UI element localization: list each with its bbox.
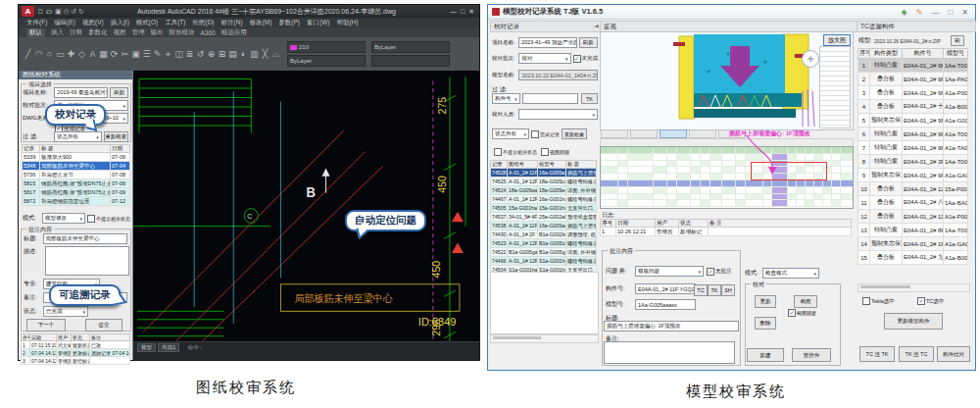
maximize-button[interactable]: □	[461, 8, 465, 15]
table-row[interactable]: 74466A-01_1# 12F YGCS1a-G001haaba螺栓弯钩修正	[491, 257, 597, 266]
minimize-button[interactable]: —	[450, 8, 457, 15]
view-follow-checkbox[interactable]: 视图跟随	[541, 148, 569, 156]
ribbon-icons[interactable]: ╱◠○▭✚◇A▦⟳✂▣☰✎⌖◫≣↺⊕⊞▤◐▥╳⌓	[23, 49, 281, 60]
close-button[interactable]: ✕	[961, 8, 968, 17]
table-row[interactable]: 74528A-01_2# 11F YGC16a-G005aaass插筋与上层墙需…	[491, 169, 597, 178]
menu-item[interactable]: 附加模块	[170, 28, 195, 37]
menu-item[interactable]: 默认	[26, 28, 45, 37]
table-row[interactable]: 74467A-01_1# 12F YGC16a-G001haaba螺栓弯钩修正	[491, 195, 597, 204]
properties-mini-panel[interactable]	[819, 46, 851, 128]
maximize-button[interactable]: □	[948, 8, 953, 17]
table-row[interactable]: 74522B1a-G005gaabaB1a-G005gaaba详图, 外补钢筋定…	[491, 248, 597, 257]
menu-item[interactable]: 精选应用	[221, 28, 247, 37]
desc-textarea[interactable]	[45, 246, 129, 276]
mode-select[interactable]: 模型修改	[42, 213, 85, 224]
screenshot-checkbox[interactable]: ✓截图随建	[788, 309, 816, 317]
status-select[interactable]: 已完成	[43, 306, 88, 317]
note-title-input[interactable]: 局部板筋未伸至梁中心	[43, 233, 127, 244]
component-input[interactable]: E04A-01_2# 11F YGQ20	[635, 283, 696, 294]
table-row[interactable]: 307-04 14:12李继苈新增标记	[22, 357, 130, 365]
table-row[interactable]: 6特制凸窗E04A-01_2# 9F Y...A1a-T001	[858, 128, 968, 141]
delete-button[interactable]: 删除	[755, 317, 776, 330]
unfinished-checkbox[interactable]: ✓未完成	[573, 55, 599, 63]
h-scrollbar[interactable]	[858, 283, 970, 292]
no-note-checkbox[interactable]: ✓无批注	[707, 268, 732, 276]
menu-item[interactable]: 管理	[132, 28, 145, 37]
no-hint-checkbox[interactable]: 不提示相关状态	[87, 215, 130, 223]
refresh-button[interactable]: 刷新	[110, 87, 128, 98]
menu-item[interactable]: 标注(N)	[221, 19, 243, 27]
table-row[interactable]: 5预制夹芯保温墙E04A-01_2# 9F Y...A1a-G001	[858, 114, 968, 128]
pencil-icon[interactable]: ✎	[916, 8, 923, 17]
model-no-input[interactable]: 1Aa-G005aaass	[635, 299, 696, 310]
mode-select[interactable]: 检查模式	[762, 268, 819, 279]
table-row[interactable]: 7452418a-G005waaba18a-G005eaaba详图, 外补钢筋定…	[491, 186, 597, 195]
menu-item[interactable]: 注释	[70, 28, 82, 37]
tc-to-tk-button[interactable]: TC 连 TK	[859, 346, 895, 362]
update-button[interactable]: 更新	[755, 295, 776, 308]
viewcube-icon[interactable]: ✛	[802, 50, 819, 68]
pin-icon[interactable]: ⇥	[594, 23, 599, 30]
update-components-button[interactable]: 更新模型构件	[884, 313, 943, 330]
model-record-table[interactable]: 记录图纸号模型号标 题 74528A-01_2# 11F YGC16a-G005…	[490, 160, 597, 275]
table-row[interactable]: 8特制凸窗E04A-01_2# 3F Y...1Aa-T003	[858, 155, 968, 169]
quick-access-toolbar[interactable]: 🗋🗁▣⎙↺↻	[36, 8, 85, 16]
no-hint-checkbox[interactable]: 不提示相关状态	[494, 148, 537, 156]
screenshot-button[interactable]: 截图	[794, 295, 817, 308]
table-row[interactable]: 74430A-01_1# 2F YGCB1a-G002bbda调整预埋, 机械电…	[491, 230, 597, 239]
menu-item[interactable]: 工具(T)	[165, 19, 185, 27]
menu-item[interactable]: 输出	[151, 28, 164, 37]
table-row[interactable]: 15叠合板E04A-01_2# 九层...A1a-B005	[858, 251, 968, 265]
checker-select[interactable]	[518, 109, 598, 120]
table-row[interactable]: 107-11 15:10武文斌最新状态已改	[22, 341, 130, 349]
table-row[interactable]: 5815钢筋画红圈,做"预埋DN75止水"07-09	[23, 179, 130, 188]
menu-item[interactable]: 插入(I)	[111, 19, 129, 27]
table-row[interactable]: 13特制凸窗E04A-01_2# 8F Y...1Aa-T001	[858, 224, 968, 237]
autocad-logo-icon[interactable]: A	[22, 6, 34, 17]
sh-button[interactable]: SH	[721, 284, 735, 296]
log-table[interactable]: 序号日期用户状态备 注 110-26 12:21李继苈新增标记	[600, 219, 852, 236]
table-row[interactable]: 10叠合板E04A-01_2# 12F ...15a-P001	[858, 182, 968, 196]
new-button[interactable]: 新建	[747, 348, 784, 362]
table-row[interactable]: 207-04 14:13李继苈更改标记原始记录 07-04 14...	[22, 349, 130, 357]
h-scrollbar[interactable]	[490, 334, 599, 343]
table-row[interactable]: 7特制凸窗E04A-01_2# 9F Y...A1a-TA02	[858, 141, 968, 155]
view-tabs[interactable]	[601, 129, 746, 138]
menu-item[interactable]: 视图	[114, 28, 126, 37]
record-table[interactable]: 记录标 题日期 5339板厚加大90007-065348局部板筋未伸至梁中心07…	[22, 144, 130, 206]
next-button[interactable]: 下一个	[26, 319, 66, 332]
menu-item[interactable]: 视图(V)	[82, 19, 104, 27]
search-button[interactable]: 重新检索	[562, 128, 587, 139]
component-filter-select[interactable]: 构件号	[492, 93, 520, 104]
model-viewport[interactable]: ✛ 放大图	[600, 31, 854, 130]
done-records-checkbox[interactable]: 完成记录	[531, 130, 560, 138]
table-row[interactable]: 1特制凸窗E04A-01_2# 9F Y...1Aa-T002	[858, 59, 968, 73]
tk-button[interactable]: TK	[581, 93, 598, 104]
tc-select-checkbox[interactable]: ✓TC选中	[917, 297, 944, 305]
menu-item[interactable]: 文件(F)	[26, 19, 47, 27]
table-row[interactable]: 110-26 12:21李继苈新增标记	[601, 228, 852, 236]
tc-button[interactable]: TC	[694, 284, 708, 296]
table-row[interactable]: 12叠合板E04A-01_2# 11F ...A1a-P003	[858, 210, 968, 224]
shield-icon[interactable]: ◈	[902, 8, 907, 17]
hold-button[interactable]: 暂挂件	[792, 348, 831, 362]
refresh-mini-button[interactable]: 刷	[951, 35, 964, 46]
close-button[interactable]: ✕	[468, 8, 474, 15]
menu-item[interactable]: A360	[201, 29, 216, 36]
layer-properties-widget[interactable]: 210 ByLayer	[287, 41, 366, 67]
table-row[interactable]: 5872补马镫钢筋指定位置07-12	[23, 197, 130, 206]
remark-textarea[interactable]	[604, 341, 735, 364]
menu-item[interactable]: 绘图(D)	[193, 19, 215, 27]
component-filter-input[interactable]	[522, 93, 578, 104]
table-row[interactable]: 5736补马镫止水节07-08	[23, 171, 130, 179]
menu-item[interactable]: 编辑(E)	[54, 19, 75, 27]
batch-select[interactable]: 校对	[518, 53, 570, 64]
submit-button[interactable]: 提交	[85, 319, 122, 332]
linetype-widget[interactable]: ByLayer	[371, 41, 450, 67]
table-row[interactable]: 4叠合板E04A-01_2# 十层...A1a-B003	[858, 100, 968, 114]
tekla-select-checkbox[interactable]: Tekla选中	[862, 297, 895, 305]
project-select[interactable]: 2019-69 秦皇岛戴河项目设计 ~	[54, 87, 108, 98]
table-row[interactable]: 7450515a-G001haaba15a-G001haaba无浆管出口, 全缝	[491, 204, 597, 213]
missing-components-table[interactable]: 序号构件类型构件号模型号 1特制凸窗E04A-01_2# 9F Y...1Aa-…	[858, 48, 968, 265]
table-row[interactable]: 5339板厚加大90007-06	[23, 153, 130, 162]
